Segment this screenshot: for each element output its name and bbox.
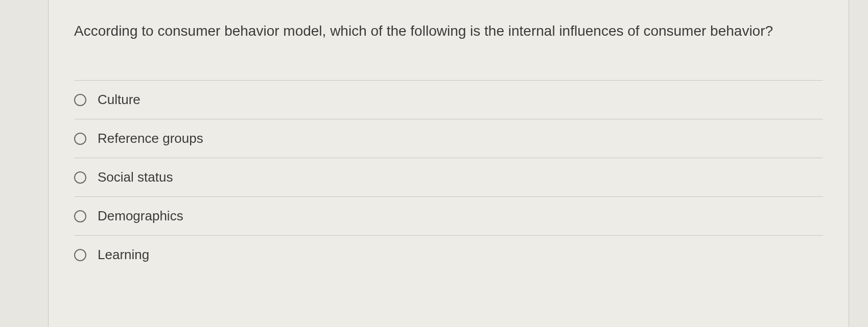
quiz-container: According to consumer behavior model, wh… [0,0,868,327]
option-label: Reference groups [98,131,203,146]
options-list: Culture Reference groups Social status D… [74,80,823,274]
radio-icon[interactable] [74,133,86,145]
option-row[interactable]: Social status [74,158,823,197]
left-margin [0,0,49,327]
option-label: Demographics [98,208,183,224]
option-row[interactable]: Reference groups [74,119,823,158]
option-row[interactable]: Culture [74,81,823,119]
radio-icon[interactable] [74,249,86,261]
radio-icon[interactable] [74,171,86,184]
right-margin [849,0,868,327]
main-content: According to consumer behavior model, wh… [49,0,849,327]
question-text: According to consumer behavior model, wh… [74,20,823,42]
radio-icon[interactable] [74,94,86,106]
option-label: Learning [98,247,149,263]
option-row[interactable]: Learning [74,236,823,274]
option-label: Social status [98,169,173,185]
option-label: Culture [98,92,140,108]
option-row[interactable]: Demographics [74,197,823,236]
radio-icon[interactable] [74,210,86,222]
